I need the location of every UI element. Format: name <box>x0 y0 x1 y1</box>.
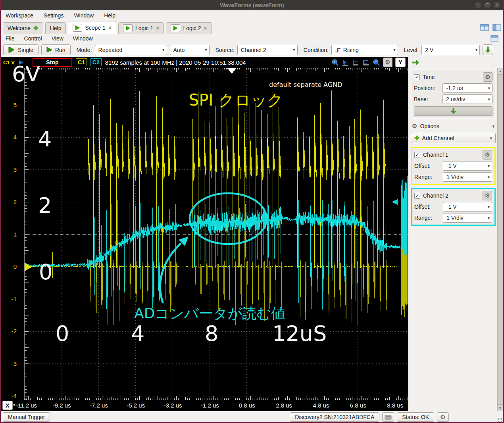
mode-label: Mode: <box>77 47 92 53</box>
single-button[interactable]: Single <box>3 44 38 55</box>
channel2-offset-label: Offset: <box>414 204 443 210</box>
channel2-badge[interactable]: C2 <box>90 58 102 66</box>
channel1-range-value: 1 V/div <box>446 174 464 180</box>
options-row[interactable]: ⚙ Options ▾ <box>411 121 496 131</box>
channel2-checkbox[interactable]: ✓ <box>414 193 420 199</box>
measure-horizontal-icon[interactable] <box>352 59 360 66</box>
apply-level-button[interactable] <box>483 44 493 55</box>
panel-scrollbar[interactable]: ▴ ▾ <box>497 68 503 411</box>
channel2-range-input[interactable]: 1 V/div ▾ <box>443 213 492 223</box>
tab-logic2[interactable]: Logic 2 × <box>166 22 212 34</box>
tile-windows-icon[interactable] <box>480 24 489 31</box>
channel2-gear-icon[interactable]: ⚙ <box>483 191 492 200</box>
run-button[interactable]: Run <box>41 44 71 55</box>
trigger-mode-select[interactable]: Auto ▾ <box>170 45 210 55</box>
zoom-out-icon[interactable] <box>373 59 380 66</box>
menu-window2[interactable]: Window <box>73 35 93 42</box>
single-acquisition-icon <box>8 47 15 53</box>
time-gear-icon[interactable]: ⚙ <box>483 72 492 82</box>
device-icon-button[interactable] <box>382 412 394 422</box>
channel2-offset-input[interactable]: -1 V ▾ <box>443 202 492 212</box>
svg-text:-1: -1 <box>12 296 17 302</box>
device-button[interactable]: Discovery2 SN:210321ABDFCA <box>290 412 379 422</box>
channel1-offset-input[interactable]: -1 V ▾ <box>443 161 492 171</box>
control-panel: ✓ Time ⚙ Position: -1.2 us ▾ B <box>408 57 503 411</box>
plot-area[interactable]: 6543210-1-2-3-4 <box>1 68 408 400</box>
channel1-group: ✓ Channel 1 ⚙ Offset: -1 V ▾ R <box>411 147 496 185</box>
close-tab-icon[interactable]: × <box>156 25 159 31</box>
channel1-range-input[interactable]: 1 V/div ▾ <box>443 172 492 182</box>
run-label: Run <box>55 47 65 53</box>
resize-grip[interactable] <box>498 417 502 422</box>
titlebar: WaveForms (waveForm) − ▢ × <box>1 0 503 10</box>
scope-display-column: C1 V Stop C1 C2 8192 samples at 100 MHz … <box>1 57 408 411</box>
condition-select[interactable]: Rising ▾ <box>331 45 398 55</box>
settings-gear-button[interactable]: ⚙ <box>437 412 449 422</box>
tab-logic1[interactable]: Logic 1 × <box>118 22 164 34</box>
menu-window[interactable]: Window <box>74 12 94 19</box>
menu-control[interactable]: Control <box>24 35 42 42</box>
play-icon <box>73 24 82 32</box>
menu-help[interactable]: Help <box>104 12 115 19</box>
chevron-down-icon: ▾ <box>391 47 396 52</box>
channel1-gear-icon[interactable]: ⚙ <box>483 150 492 160</box>
split-panel-icon[interactable] <box>492 24 501 31</box>
play-icon <box>123 24 133 32</box>
minimize-icon[interactable]: − <box>474 1 482 9</box>
time-checkbox[interactable]: ✓ <box>414 74 420 80</box>
close-icon[interactable]: × <box>493 1 501 9</box>
status-badge[interactable]: Status: OK <box>397 412 434 422</box>
measure-vertical-icon[interactable] <box>362 59 370 66</box>
source-label: Source: <box>215 47 235 53</box>
scroll-down-icon[interactable]: ▾ <box>497 405 503 411</box>
popout-panel-icon[interactable] <box>491 35 498 42</box>
x-tick-label: 2.8 us <box>276 402 292 409</box>
x-axis-button[interactable]: X <box>2 401 13 410</box>
mode-select[interactable]: Repeated ▾ <box>95 45 167 55</box>
menu-view[interactable]: View <box>52 35 63 42</box>
tab-help[interactable]: Help <box>45 22 66 34</box>
add-instrument-icon[interactable]: ✚ <box>33 25 38 32</box>
channel1-offset-value: -1 V <box>446 163 457 169</box>
scroll-up-icon[interactable]: ▴ <box>497 68 503 74</box>
stop-button[interactable]: Stop <box>33 58 72 67</box>
time-apply-button[interactable] <box>414 106 492 116</box>
zoom-in-icon[interactable]: 1 <box>331 59 339 66</box>
maximize-icon[interactable]: ▢ <box>484 1 491 9</box>
collapse-panel-arrow-icon[interactable] <box>412 60 420 65</box>
y-axis-button[interactable]: Y <box>395 58 406 67</box>
channel1-badge[interactable]: C1 <box>76 58 87 66</box>
green-down-arrow-icon <box>485 46 491 53</box>
scrollbar-thumb[interactable] <box>497 74 503 405</box>
chevron-down-icon: ▾ <box>485 163 490 169</box>
position-label: Position: <box>414 85 442 91</box>
source-select[interactable]: Channel 2 ▾ <box>237 45 298 55</box>
svg-text:-3: -3 <box>12 360 17 367</box>
play-icon <box>171 24 180 32</box>
x-tick-label: 6.8 us <box>350 402 366 409</box>
channel2-range-label: Range: <box>414 215 443 221</box>
run-icon <box>46 47 52 53</box>
position-input[interactable]: -1.2 us ▾ <box>442 83 492 93</box>
manual-trigger-button[interactable]: Manual Trigger <box>3 412 50 422</box>
plot-settings-gear-icon[interactable]: ⚙ <box>383 58 392 67</box>
chevron-down-icon[interactable]: ▾ <box>13 402 15 408</box>
tab-welcome[interactable]: Welcome ✚ <box>3 22 43 34</box>
cursor-icon[interactable] <box>342 59 349 66</box>
menu-workspace[interactable]: Workspace <box>6 12 33 19</box>
scope-status-bar: C1 V Stop C1 C2 8192 samples at 100 MHz … <box>1 57 408 68</box>
x-tick-label: -3.2 us <box>164 402 182 409</box>
level-input[interactable]: 2 V ▾ <box>421 45 480 55</box>
close-tab-icon[interactable]: × <box>204 25 207 31</box>
channel1-checkbox[interactable]: ✓ <box>414 152 420 158</box>
base-input[interactable]: 2 us/div ▾ <box>442 94 492 104</box>
chevron-down-icon: ▾ <box>160 47 165 52</box>
add-channel-button[interactable]: ✚ Add Channel ▾ <box>411 133 496 143</box>
menu-settings[interactable]: Settings <box>44 12 64 19</box>
options-label: Options <box>420 123 439 129</box>
menu-file[interactable]: File <box>6 35 15 42</box>
tab-scope1[interactable]: Scope 1 × <box>68 21 116 34</box>
blue-arrow-icon[interactable] <box>18 60 24 65</box>
close-tab-icon[interactable]: × <box>108 25 112 31</box>
x-tick-label: -9.2 us <box>53 402 71 409</box>
